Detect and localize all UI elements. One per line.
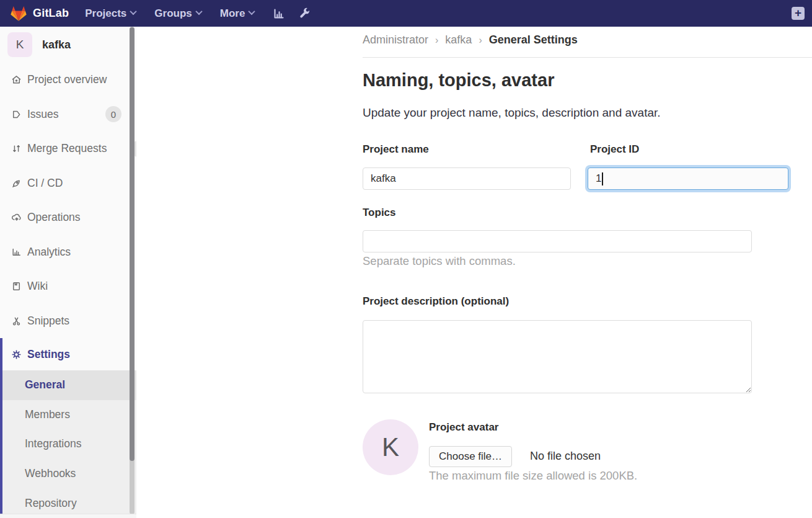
- topbar-menu-label: Groups: [154, 7, 192, 20]
- gitlab-home-link[interactable]: GitLab: [10, 5, 69, 22]
- sidebar-item-operations[interactable]: Operations: [0, 200, 136, 235]
- project-avatar-label: Project avatar: [429, 421, 498, 434]
- sidebar-item-label: Project overview: [27, 73, 107, 86]
- project-name-label: Project name: [363, 143, 429, 156]
- sidebar-item-label: Analytics: [27, 246, 71, 259]
- no-file-chosen-text: No file chosen: [530, 450, 601, 463]
- breadcrumb-separator: ›: [479, 35, 482, 46]
- sidebar-item-label: Operations: [27, 211, 81, 224]
- main-content: Administrator › kafka › General Settings…: [136, 27, 812, 518]
- topics-help: Separate topics with commas.: [363, 254, 516, 268]
- topics-input-wrap: [363, 230, 752, 252]
- settings-subitem-webhooks[interactable]: Webhooks: [2, 459, 136, 489]
- topbar-menu-groups[interactable]: Groups: [154, 7, 201, 20]
- chevron-down-icon: [195, 7, 202, 14]
- sidebar-bottom-strip: [0, 514, 136, 518]
- settings-submenu: GeneralMembersIntegrationsWebhooksReposi…: [2, 370, 136, 518]
- sidebar-item-project-overview[interactable]: Project overview: [0, 63, 136, 97]
- page-subtitle: Update your project name, topics, descri…: [363, 106, 661, 120]
- breadcrumb-separator: ›: [435, 35, 438, 46]
- top-navigation-bar: GitLab ProjectsGroupsMore +: [0, 0, 812, 27]
- snippets-icon: [11, 316, 22, 326]
- project-id-input-wrap: 1: [588, 167, 788, 190]
- sidebar-item-merge-requests[interactable]: Merge Requests: [0, 132, 136, 166]
- gitlab-logo-icon: [10, 5, 27, 22]
- settings-subitem-general[interactable]: General: [2, 370, 136, 400]
- choose-file-button[interactable]: Choose file…: [429, 446, 512, 467]
- plus-icon[interactable]: +: [792, 7, 805, 20]
- chart-icon[interactable]: [273, 7, 285, 20]
- issues-icon: [11, 109, 22, 120]
- gear-icon: [11, 349, 22, 360]
- sidebar-project-header[interactable]: K kafka: [0, 27, 136, 63]
- wrench-icon[interactable]: [299, 7, 311, 19]
- project-sidebar: K kafka Project overviewIssues0Merge Req…: [0, 27, 136, 518]
- topics-input[interactable]: [371, 235, 744, 248]
- sidebar-item-analytics[interactable]: Analytics: [0, 235, 136, 270]
- sidebar-item-label: Issues: [27, 108, 59, 121]
- sidebar-item-issues[interactable]: Issues0: [0, 97, 136, 132]
- topbar-menu-more[interactable]: More: [220, 7, 255, 20]
- sidebar-item-settings[interactable]: Settings: [2, 338, 136, 370]
- operations-icon: [11, 212, 22, 223]
- analytics-icon: [11, 247, 22, 257]
- breadcrumb-current: General Settings: [489, 33, 578, 47]
- project-name-input[interactable]: [371, 172, 563, 185]
- sidebar-item-wiki[interactable]: Wiki: [0, 269, 136, 304]
- sidebar-item-label: Snippets: [27, 315, 69, 328]
- sidebar-item-label: Settings: [27, 348, 70, 361]
- breadcrumb: Administrator › kafka › General Settings: [363, 33, 578, 47]
- count-badge: 0: [105, 106, 121, 122]
- project-avatar-square: K: [7, 32, 32, 57]
- topics-label: Topics: [363, 207, 396, 219]
- sidebar-scrollbar-thumb[interactable]: [130, 27, 135, 461]
- sidebar-nav: Project overviewIssues0Merge RequestsCI …: [0, 63, 136, 338]
- rocket-icon: [11, 178, 22, 189]
- home-icon: [11, 74, 22, 85]
- breadcrumb-divider: [363, 57, 812, 58]
- brand-name: GitLab: [33, 7, 69, 20]
- chevron-down-icon: [130, 7, 137, 14]
- breadcrumb-link-kafka[interactable]: kafka: [445, 33, 472, 47]
- topbar-menus: ProjectsGroupsMore: [85, 7, 273, 20]
- sidebar-item-label: CI / CD: [27, 177, 63, 190]
- topbar-menu-label: More: [220, 7, 245, 20]
- topbar-menu-label: Projects: [85, 7, 126, 20]
- wiki-icon: [11, 281, 22, 292]
- sidebar-item-snippets[interactable]: Snippets: [0, 304, 136, 339]
- settings-subitem-members[interactable]: Members: [2, 400, 136, 430]
- project-name-input-wrap: [363, 167, 571, 190]
- project-name-label: kafka: [42, 38, 71, 51]
- project-description-textarea[interactable]: [363, 320, 752, 393]
- project-id-label: Project ID: [590, 143, 639, 156]
- topbar-menu-projects[interactable]: Projects: [85, 7, 136, 20]
- sidebar-settings-section: Settings GeneralMembersIntegrationsWebho…: [0, 338, 136, 518]
- project-description-label: Project description (optional): [363, 295, 509, 308]
- page-title: Naming, topics, avatar: [363, 70, 554, 91]
- avatar-help: The maximum file size allowed is 200KB.: [429, 469, 637, 483]
- sidebar-item-label: Merge Requests: [27, 142, 107, 155]
- merge-request-icon: [11, 143, 22, 154]
- chevron-down-icon: [249, 7, 255, 14]
- settings-subitem-integrations[interactable]: Integrations: [2, 429, 136, 459]
- project-avatar-circle: K: [363, 419, 418, 475]
- breadcrumb-link-administrator[interactable]: Administrator: [363, 33, 428, 47]
- sidebar-item-label: Wiki: [27, 280, 48, 293]
- sidebar-item-ci-cd[interactable]: CI / CD: [0, 166, 136, 201]
